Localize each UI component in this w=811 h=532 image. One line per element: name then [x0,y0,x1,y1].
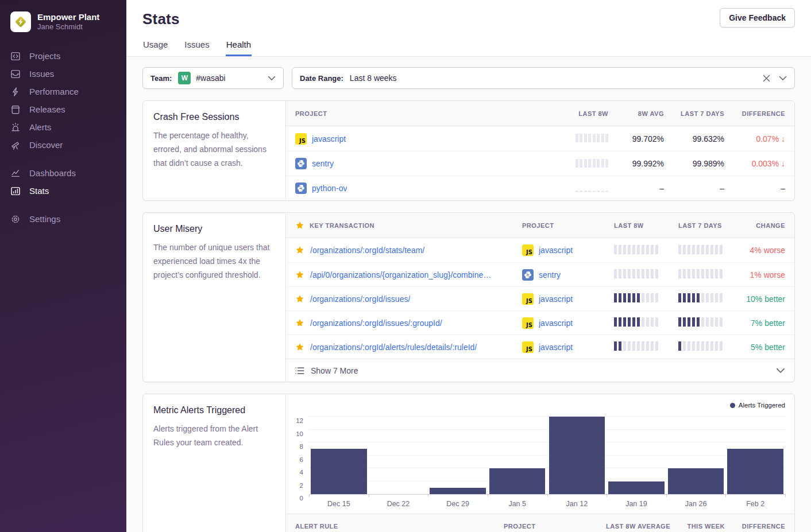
column-header: Project [522,222,614,229]
spark-bar [692,245,695,254]
spark-bar [619,269,621,278]
sparkline [576,158,609,168]
project-link[interactable]: javascript [539,319,573,328]
spark-bar [646,317,649,327]
axis-tick [488,494,488,497]
sparkline [678,341,723,351]
tab-usage[interactable]: Usage [142,37,168,56]
spark-bar [588,134,591,142]
spark-bar [688,245,690,254]
javascript-icon: JS [522,244,534,256]
spark-bar [619,317,621,327]
transaction-link[interactable]: /organizations/:orgId/stats/team/ [310,246,424,255]
spark-bar [632,293,635,302]
sidebar-item-performance[interactable]: Performance [0,83,126,100]
sidebar-item-settings[interactable]: Settings [0,210,126,228]
last-8w-cell [614,317,678,328]
show-more-row[interactable]: Show 7 More [286,359,794,382]
spark-bar [697,317,700,327]
clear-icon[interactable] [763,75,770,82]
transaction-link[interactable]: /organizations/:orgId/alerts/rules/detai… [310,343,477,352]
chart-bar[interactable] [549,417,605,494]
key-transaction-cell: /organizations/:orgId/alerts/rules/detai… [295,343,522,352]
transaction-link[interactable]: /organizations/:orgId/issues/ [310,294,410,304]
org-switcher[interactable]: Empower Plant Jane Schmidt [0,11,126,32]
column-header: Change [743,222,785,229]
project-link[interactable]: sentry [312,159,334,168]
column-header: Difference [724,110,785,117]
key-transaction-star-icon[interactable] [295,319,304,328]
key-transaction-star-icon[interactable] [295,246,304,255]
project-link[interactable]: javascript [539,246,573,255]
spark-bar [646,341,649,351]
spark-bar [628,317,631,327]
key-transaction-star-icon[interactable] [295,343,304,352]
sparkline [576,183,609,192]
tab-issues[interactable]: Issues [184,37,210,56]
project-cell: JSjavascript [522,341,614,353]
spark-bar [632,341,635,351]
give-feedback-button[interactable]: Give Feedback [720,8,795,28]
tab-health[interactable]: Health [226,37,252,56]
project-link[interactable]: python-ov [312,184,347,193]
spark-bar [637,341,640,351]
chart-bar-slot [428,413,488,494]
column-header: Last 7 Days [678,222,743,229]
sidebar-item-projects[interactable]: Projects [0,47,126,65]
last-8w-cell [534,133,608,144]
sidebar-item-discover[interactable]: Discover [0,136,126,154]
chart-bar[interactable] [311,449,366,494]
spark-bar [637,269,640,278]
transaction-link[interactable]: /organizations/:orgId/issues/:groupId/ [310,319,442,328]
last-8w-cell [614,293,678,304]
project-link[interactable]: sentry [539,270,561,279]
column-header: Last 8W [534,110,608,117]
last-7-days-cell: – [664,184,724,193]
spark-bar [683,317,686,327]
y-tick-label: 4 [300,469,303,476]
spark-bar [683,293,686,302]
key-transaction-star-icon[interactable] [295,270,304,279]
sidebar-item-releases[interactable]: Releases [0,100,126,118]
chevron-down-icon[interactable] [779,76,787,81]
date-range-select[interactable]: Date Range: Last 8 weeks [292,67,795,89]
project-link[interactable]: javascript [539,343,573,352]
sidebar-item-issues[interactable]: Issues [0,65,126,83]
last-7-days-cell: 99.989% [664,159,724,168]
8w-avg-cell: 99.992% [608,159,664,168]
spark-bar [651,293,654,302]
column-header: Alert Rule [295,523,504,530]
chart-bar[interactable] [727,449,783,494]
spark-bar [580,191,582,192]
spark-bar [683,269,686,278]
chart-bar[interactable] [668,468,724,494]
chart-bar[interactable] [430,488,485,494]
chart-bar-slot [666,413,726,494]
project-link[interactable]: javascript [312,134,346,143]
chart-bar[interactable] [608,481,664,495]
team-select[interactable]: Team: W #wasabi [142,67,284,89]
column-header: 8W Avg [608,110,664,117]
spark-bar [576,159,578,168]
date-range-value: Last 8 weeks [350,73,397,83]
spark-bar [706,317,709,327]
sidebar-item-dashboards[interactable]: Dashboards [0,164,126,182]
sidebar-item-label: Issues [29,69,54,79]
sidebar-item-alerts[interactable]: Alerts [0,118,126,136]
key-transaction-star-icon[interactable] [295,294,304,304]
column-header: Last 8W Average [596,523,670,530]
project-link[interactable]: javascript [539,294,573,304]
spark-bar [720,341,723,351]
sidebar-item-stats[interactable]: Stats [0,182,126,200]
projects-icon [10,51,21,61]
table-row: /organizations/:orgId/alerts/rules/detai… [286,335,794,359]
legend-dot [730,403,735,408]
releases-icon [10,104,21,115]
sidebar-item-label: Alerts [29,122,51,132]
transaction-link[interactable]: /api/0/organizations/{organization_slug}… [310,270,491,279]
chart-bar[interactable] [489,468,545,494]
chart-bars [309,413,785,494]
spark-bar [623,293,626,302]
y-tick-label: 10 [296,430,303,437]
spark-bar [614,341,617,351]
